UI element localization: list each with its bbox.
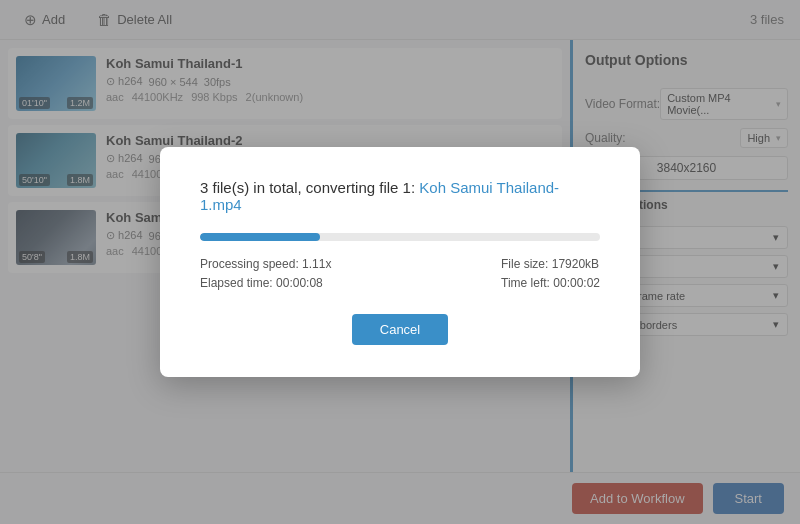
progress-dialog: 3 file(s) in total, converting file 1: K… [160, 147, 640, 377]
processing-speed-label: Processing speed: [200, 257, 299, 271]
progress-stats: Processing speed: 1.11x Elapsed time: 00… [200, 257, 600, 290]
progress-bar-track [200, 233, 600, 241]
processing-speed-row: Processing speed: 1.11x [200, 257, 331, 271]
time-left-value: 00:00:02 [553, 276, 600, 290]
file-size-label: File size: [501, 257, 548, 271]
processing-speed-value: 1.11x [302, 257, 331, 271]
overlay: 3 file(s) in total, converting file 1: K… [0, 0, 800, 524]
cancel-btn-row: Cancel [200, 314, 600, 345]
progress-title: 3 file(s) in total, converting file 1: K… [200, 179, 600, 213]
elapsed-label: Elapsed time: [200, 276, 273, 290]
cancel-button[interactable]: Cancel [352, 314, 448, 345]
time-left-label: Time left: [501, 276, 550, 290]
file-size-value: 17920kB [552, 257, 599, 271]
time-left-row: Time left: 00:00:02 [501, 276, 600, 290]
elapsed-row: Elapsed time: 00:00:08 [200, 276, 331, 290]
stats-right: File size: 17920kB Time left: 00:00:02 [501, 257, 600, 290]
elapsed-value: 00:00:08 [276, 276, 323, 290]
progress-bar-fill [200, 233, 320, 241]
file-size-row: File size: 17920kB [501, 257, 600, 271]
stats-left: Processing speed: 1.11x Elapsed time: 00… [200, 257, 331, 290]
progress-title-prefix: 3 file(s) in total, converting file 1: [200, 179, 415, 196]
